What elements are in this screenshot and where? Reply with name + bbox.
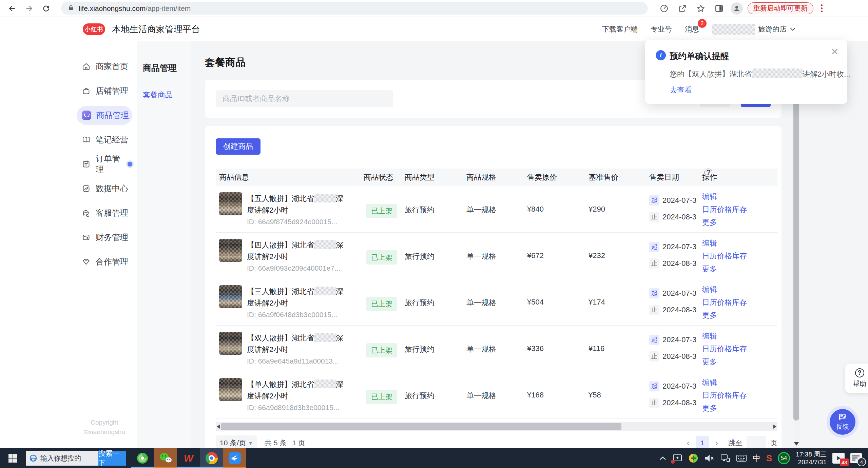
tray-expand-icon[interactable] [659,456,667,461]
product-type: 旅行预约 [405,391,435,401]
calendar-price-stock-link[interactable]: 日历价格库存 [702,250,747,262]
product-thumbnail[interactable] [219,192,242,215]
performance-icon[interactable] [657,2,671,15]
edit-link[interactable]: 编辑 [702,237,747,250]
system-meter[interactable]: 54 [778,452,790,464]
product-icon [82,111,91,120]
account-menu[interactable]: 旅游的店 [712,24,796,35]
more-link[interactable]: 更多 [702,402,747,415]
scroll-down-icon[interactable] [794,442,799,446]
taskbar-app-dingtalk[interactable] [223,448,246,468]
more-link[interactable]: 更多 [702,309,747,322]
messages-link[interactable]: 消息 2 [685,24,699,34]
product-id: ID: 66a9e645a9d11a00013... [247,357,345,365]
sidebar-item-note-operation[interactable]: 笔记经营 [77,130,132,149]
side-panel-icon[interactable] [712,2,726,15]
table-row: 【三人散拼】湖北省深度讲解2小时 ID: 66a9f0648d3b3e00015… [216,279,777,326]
download-client-link[interactable]: 下载客户端 [602,24,638,34]
next-page-icon[interactable]: › [714,437,719,448]
calendar-price-stock-link[interactable]: 日历价格库存 [702,389,747,402]
taskbar-app-wps[interactable]: W [177,448,200,468]
product-search-input[interactable] [216,90,393,107]
safety-plus-icon[interactable] [688,453,698,463]
prev-page-icon[interactable]: ‹ [685,437,691,448]
product-info-cell: 【三人散拼】湖北省深度讲解2小时 ID: 66a9f0648d3b3e00015… [219,285,345,319]
professional-account-link[interactable]: 专业号 [651,24,672,34]
media-player-tray-icon[interactable]: 43 [832,453,845,464]
edit-link[interactable]: 编辑 [702,330,747,343]
share-icon[interactable] [676,2,689,15]
edit-link[interactable]: 编辑 [702,283,747,296]
sale-dates: 起2024-07-3 止2024-08-3 [649,332,697,366]
taskbar-search-input[interactable]: 输入你想搜的 [26,451,98,466]
current-page-button[interactable]: 1 [696,436,709,448]
more-link[interactable]: 更多 [702,355,747,368]
sidebar-item-finance-management[interactable]: 财务管理 [77,228,132,247]
bookmark-star-icon[interactable] [694,2,708,15]
product-thumbnail[interactable] [219,285,242,308]
more-link[interactable]: 更多 [702,216,747,229]
scroll-right-icon[interactable] [773,425,776,429]
taskbar-app-chrome[interactable] [200,448,223,468]
profile-avatar[interactable] [731,2,743,15]
browser-menu-icon[interactable] [818,3,825,14]
horizontal-scrollbar[interactable] [216,422,777,431]
network-icon[interactable] [720,453,730,463]
sogou-icon[interactable]: S [766,453,772,464]
calendar-price-stock-link[interactable]: 日历价格库存 [702,343,747,355]
status-badge: 已上架 [366,250,397,265]
product-thumbnail[interactable] [219,378,242,401]
question-icon[interactable]: ? [704,169,712,177]
sidebar-item-data-center[interactable]: 数据中心 [77,179,132,198]
start-button[interactable] [0,448,26,468]
redacted-text [314,287,336,295]
xiaohongshu-logo[interactable]: 小红书 [83,23,105,35]
base-price: ¥174 [589,298,605,307]
action-center-icon[interactable]: 4 [850,453,862,463]
product-thumbnail[interactable] [219,239,242,262]
start-tag: 起 [649,288,659,298]
original-price: ¥168 [527,391,544,399]
page-size-select[interactable]: 10 条/页▼ [216,435,257,448]
sidebar-item-merchant-home[interactable]: 商家首页 [77,57,132,76]
sale-dates: 起2024-07-3 止2024-08-3 [649,193,697,226]
browser-update-button[interactable]: 重新启动即可更新 [748,2,813,14]
vertical-scrollbar-thumb[interactable] [793,98,799,421]
calendar-price-stock-link[interactable]: 日历价格库存 [702,296,747,309]
feedback-button[interactable]: 反馈 [830,409,855,435]
product-id: ID: 66a9f0648d3b3e00015... [247,311,345,319]
jump-page-input[interactable] [747,436,766,448]
product-thumbnail[interactable] [219,332,242,355]
sidebar-item-customer-service[interactable]: 客服管理 [77,203,132,222]
media-badge: 43 [840,459,849,466]
taskbar-app-wechat[interactable] [154,448,177,468]
help-button[interactable]: ? 帮助 [845,364,868,393]
submenu-item-package-products[interactable]: 套餐商品 [143,90,191,100]
taskbar-app-360browser[interactable] [131,448,154,468]
create-product-button[interactable]: 创建商品 [216,138,261,155]
taskbar-search-button[interactable]: 搜索一下 [98,451,126,466]
address-bar[interactable]: life.xiaohongshu.com/app-item/item [61,2,648,15]
sidebar-item-cooperation-management[interactable]: 合作管理 [77,252,132,271]
back-icon[interactable] [5,2,19,15]
sidebar-item-order-management[interactable]: 订单管理 [77,155,132,174]
start-date: 2024-07-3 [662,289,696,298]
horizontal-scrollbar-thumb[interactable] [221,423,621,430]
edit-link[interactable]: 编辑 [702,376,747,389]
sidebar-item-shop-management[interactable]: 店铺管理 [77,81,132,100]
volume-muted-icon[interactable] [704,454,714,463]
keyboard-icon[interactable] [736,454,747,462]
close-icon[interactable]: ✕ [831,47,838,57]
scroll-left-icon[interactable] [217,425,220,429]
taskbar-clock[interactable]: 17:38 周三 2024/7/31 [796,450,827,466]
more-link[interactable]: 更多 [702,262,747,275]
go-view-link[interactable]: 去查看 [670,85,692,95]
order-notification-dot [128,162,132,167]
edit-link[interactable]: 编辑 [702,190,747,203]
ime-indicator[interactable]: 中 [753,453,760,464]
sidebar-item-product-management[interactable]: 商品管理 [77,106,132,125]
reload-icon[interactable] [39,2,53,15]
forward-icon[interactable] [22,2,36,15]
sync-display-icon[interactable] [672,453,682,463]
calendar-price-stock-link[interactable]: 日历价格库存 [702,203,747,216]
